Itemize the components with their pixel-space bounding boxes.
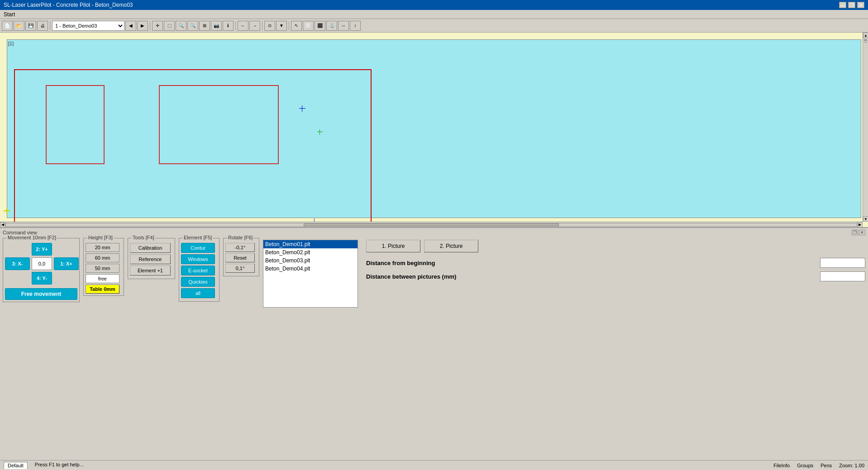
toolbar-anchor[interactable]: ⚓ bbox=[326, 21, 337, 31]
v-scrollbar[interactable]: ▲ ▼ bbox=[863, 33, 868, 222]
separator-5 bbox=[289, 21, 289, 30]
status-right: FileInfo Groups Pens Zoom: 1.00 bbox=[773, 463, 864, 468]
command-body: Movement 10mm [F2] 2: Y+ 3: X- 1: X+ 4: … bbox=[3, 238, 865, 308]
nav-forward[interactable]: ▶ bbox=[137, 21, 148, 31]
quickies-button[interactable]: Quickies bbox=[181, 277, 215, 287]
file-item[interactable]: Beton_Demo04.plt bbox=[263, 265, 358, 273]
command-title-buttons: ❐ ✕ bbox=[852, 230, 865, 235]
window-title: SL-Laser LaserPilot - Concrete Pilot - B… bbox=[4, 2, 133, 8]
close-button[interactable]: ✕ bbox=[857, 2, 864, 8]
separator-3 bbox=[235, 21, 236, 30]
distance-between-label: Distance between pictures (mm) bbox=[366, 273, 816, 280]
windows-button[interactable]: Windows bbox=[181, 254, 215, 264]
file-item[interactable]: Beton_Demo03.plt bbox=[263, 256, 358, 265]
toolbar-camera[interactable]: 📷 bbox=[211, 21, 222, 31]
toolbar-select[interactable]: ⬚ bbox=[164, 21, 175, 31]
menu-start[interactable]: Start bbox=[4, 11, 15, 18]
toolbar-dropdown-btn[interactable]: ▼ bbox=[276, 21, 287, 31]
groups-label[interactable]: Groups bbox=[797, 463, 813, 468]
toolbar-fit[interactable]: ⊞ bbox=[199, 21, 210, 31]
status-left: Default Press F1 to get help... bbox=[4, 462, 766, 469]
center-input[interactable] bbox=[32, 257, 52, 270]
panel-close-btn[interactable]: ✕ bbox=[859, 230, 865, 235]
restore-button[interactable]: ❐ bbox=[848, 2, 855, 8]
rotate-reset-button[interactable]: Reset bbox=[225, 253, 255, 262]
reference-button[interactable]: Reference bbox=[130, 254, 171, 264]
command-panel: Command view ❐ ✕ Movement 10mm [F2] 2: Y… bbox=[0, 227, 868, 322]
scroll-left-btn[interactable]: ◀ bbox=[0, 222, 5, 228]
toolbar-h-align[interactable]: ↔ bbox=[338, 21, 349, 31]
height-20-button[interactable]: 20 mm bbox=[86, 243, 119, 252]
picture-1-button[interactable]: 1. Picture bbox=[366, 240, 420, 252]
height-section: Height [F3] 20 mm 60 mm 50 mm free Table… bbox=[83, 238, 124, 296]
calibration-button[interactable]: Calibration bbox=[130, 243, 171, 253]
separator-1 bbox=[50, 21, 50, 30]
movement-label: Movement 10mm [F2] bbox=[7, 235, 57, 240]
element-section: Element [F5] Contur Windows E-socket Qui… bbox=[179, 238, 219, 302]
rotate-label: Rotate [F6] bbox=[227, 235, 253, 240]
x-minus-button[interactable]: 3: X- bbox=[5, 257, 30, 270]
movement-grid: 2: Y+ 3: X- 1: X+ 4: Y- bbox=[5, 243, 77, 285]
element-plus-button[interactable]: Element +1 bbox=[130, 266, 171, 275]
tab-default[interactable]: Default bbox=[4, 462, 28, 469]
panel-restore-btn[interactable]: ❐ bbox=[852, 230, 858, 235]
toolbar-zoom-in[interactable]: 🔍 bbox=[176, 21, 186, 31]
toolbar-arrow-left[interactable]: ← bbox=[238, 21, 248, 31]
canvas-area[interactable]: [1] × × ◀ bbox=[0, 33, 868, 227]
height-50-button[interactable]: 50 mm bbox=[86, 264, 119, 273]
distance-begin-input[interactable] bbox=[820, 258, 865, 268]
scroll-up-btn[interactable]: ▲ bbox=[863, 33, 868, 38]
toolbar-info[interactable]: ℹ bbox=[223, 21, 234, 31]
y-plus-button[interactable]: 2: Y+ bbox=[32, 243, 52, 256]
zoom-label: Zoom: 1.00 bbox=[839, 463, 864, 468]
laser-crosshair-top bbox=[299, 105, 305, 112]
project-dropdown[interactable]: 1 - Beton_Demo03 2 - Beton_Demo02 3 - Be… bbox=[52, 21, 124, 31]
contur-button[interactable]: Contur bbox=[181, 243, 215, 253]
scroll-down-btn[interactable]: ▼ bbox=[863, 216, 868, 222]
picture-2-button[interactable]: 2. Picture bbox=[424, 240, 478, 252]
toolbar-zoom-out[interactable]: 🔍 bbox=[187, 21, 198, 31]
rotate-minus-button[interactable]: -0,1° bbox=[225, 243, 255, 252]
main-area: [1] × × ◀ bbox=[0, 33, 868, 470]
status-bar: Default Press F1 to get help... FileInfo… bbox=[0, 460, 868, 470]
element-label: Element [F5] bbox=[183, 235, 213, 240]
scroll-right-btn[interactable]: ▶ bbox=[857, 222, 863, 228]
toolbar-print[interactable]: 🖨 bbox=[37, 21, 48, 31]
free-movement-button[interactable]: Free movement bbox=[5, 288, 77, 300]
toolbar: 📄 📂 💾 🖨 1 - Beton_Demo03 2 - Beton_Demo0… bbox=[0, 19, 868, 33]
nav-back[interactable]: ◀ bbox=[125, 21, 136, 31]
v-scrollbar-thumb[interactable] bbox=[864, 40, 867, 41]
h-scrollbar[interactable]: ◀ ▶ bbox=[0, 222, 863, 227]
toolbar-arrow-right[interactable]: → bbox=[249, 21, 260, 31]
file-item[interactable]: Beton_Demo01.plt bbox=[263, 240, 358, 248]
toolbar-open[interactable]: 📂 bbox=[14, 21, 24, 31]
picture-buttons-row: 1. Picture 2. Picture bbox=[366, 240, 865, 252]
viewport: [1] × × bbox=[7, 39, 861, 218]
toolbar-new[interactable]: 📄 bbox=[2, 21, 13, 31]
file-info-label[interactable]: FileInfo bbox=[773, 463, 790, 468]
distance-between-input[interactable] bbox=[820, 271, 865, 281]
h-scrollbar-thumb[interactable] bbox=[304, 223, 559, 226]
file-listbox[interactable]: Beton_Demo01.pltBeton_Demo02.pltBeton_De… bbox=[263, 240, 358, 308]
height-table-button[interactable]: Table 0mm bbox=[86, 285, 119, 294]
help-text: Press F1 to get help... bbox=[35, 462, 84, 469]
all-button[interactable]: all bbox=[181, 288, 215, 298]
rotate-plus-button[interactable]: 0,1° bbox=[225, 264, 255, 273]
e-socket-button[interactable]: E-socket bbox=[181, 266, 215, 275]
title-bar: SL-Laser LaserPilot - Concrete Pilot - B… bbox=[0, 0, 868, 10]
y-minus-button[interactable]: 4: Y- bbox=[32, 272, 52, 285]
pens-label[interactable]: Pens bbox=[820, 463, 832, 468]
height-label: Height [F3] bbox=[87, 235, 114, 240]
toolbar-rect-select[interactable]: ⬜ bbox=[303, 21, 314, 31]
toolbar-v-align[interactable]: ↕ bbox=[350, 21, 361, 31]
file-item[interactable]: Beton_Demo02.plt bbox=[263, 248, 358, 256]
minimize-button[interactable]: — bbox=[839, 2, 846, 8]
toolbar-pointer[interactable]: ↖ bbox=[291, 21, 302, 31]
toolbar-rect-draw[interactable]: ⬛ bbox=[315, 21, 325, 31]
v-scrollbar-track bbox=[864, 39, 867, 43]
toolbar-save[interactable]: 💾 bbox=[25, 21, 36, 31]
toolbar-laser[interactable]: ⊙ bbox=[264, 21, 275, 31]
toolbar-move[interactable]: ✛ bbox=[152, 21, 163, 31]
x-plus-button[interactable]: 1: X+ bbox=[54, 257, 79, 270]
height-60-button[interactable]: 60 mm bbox=[86, 253, 119, 262]
